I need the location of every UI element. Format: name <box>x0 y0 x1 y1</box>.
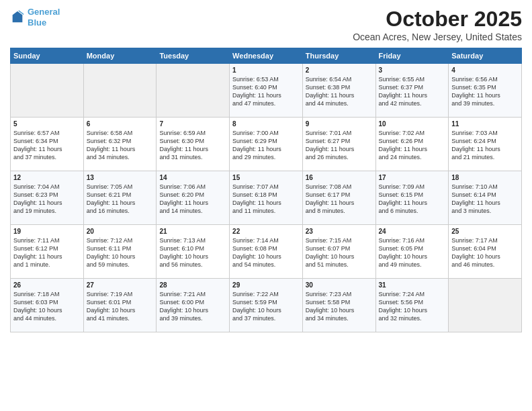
day-number: 28 <box>159 281 226 289</box>
calendar-cell <box>83 64 157 118</box>
day-number: 27 <box>87 281 154 289</box>
day-detail: Sunrise: 7:22 AM Sunset: 5:59 PM Dayligh… <box>232 290 300 323</box>
day-number: 26 <box>13 281 81 289</box>
logo-text: General Blue <box>28 7 60 28</box>
calendar-cell: 14Sunrise: 7:06 AM Sunset: 6:20 PM Dayli… <box>157 171 230 225</box>
day-number: 31 <box>379 281 446 289</box>
calendar-cell: 31Sunrise: 7:24 AM Sunset: 5:56 PM Dayli… <box>375 279 449 332</box>
day-detail: Sunrise: 6:55 AM Sunset: 6:37 PM Dayligh… <box>379 75 446 108</box>
day-detail: Sunrise: 7:18 AM Sunset: 6:03 PM Dayligh… <box>13 290 81 323</box>
day-detail: Sunrise: 7:01 AM Sunset: 6:27 PM Dayligh… <box>306 129 373 162</box>
calendar-cell: 13Sunrise: 7:05 AM Sunset: 6:21 PM Dayli… <box>83 171 157 225</box>
calendar-cell: 25Sunrise: 7:17 AM Sunset: 6:04 PM Dayli… <box>449 225 522 279</box>
calendar-cell: 12Sunrise: 7:04 AM Sunset: 6:23 PM Dayli… <box>11 171 84 225</box>
day-number: 2 <box>306 66 373 74</box>
day-number: 9 <box>306 120 373 128</box>
day-detail: Sunrise: 6:56 AM Sunset: 6:35 PM Dayligh… <box>451 75 519 108</box>
calendar-cell: 1Sunrise: 6:53 AM Sunset: 6:40 PM Daylig… <box>230 64 303 118</box>
day-detail: Sunrise: 7:12 AM Sunset: 6:11 PM Dayligh… <box>87 236 154 269</box>
day-detail: Sunrise: 7:03 AM Sunset: 6:24 PM Dayligh… <box>451 129 519 162</box>
calendar-cell: 24Sunrise: 7:16 AM Sunset: 6:05 PM Dayli… <box>375 225 449 279</box>
calendar-cell: 17Sunrise: 7:09 AM Sunset: 6:15 PM Dayli… <box>375 171 449 225</box>
calendar-cell: 18Sunrise: 7:10 AM Sunset: 6:14 PM Dayli… <box>449 171 522 225</box>
weekday-header-wednesday: Wednesday <box>230 48 303 64</box>
weekday-header-friday: Friday <box>375 48 449 64</box>
calendar-cell: 29Sunrise: 7:22 AM Sunset: 5:59 PM Dayli… <box>230 279 303 332</box>
day-number: 29 <box>232 281 300 289</box>
calendar-cell <box>11 64 84 118</box>
calendar-cell: 22Sunrise: 7:14 AM Sunset: 6:08 PM Dayli… <box>230 225 303 279</box>
day-number: 8 <box>232 120 300 128</box>
logo-icon <box>10 10 25 25</box>
day-detail: Sunrise: 7:11 AM Sunset: 6:12 PM Dayligh… <box>13 236 81 269</box>
day-detail: Sunrise: 7:02 AM Sunset: 6:26 PM Dayligh… <box>379 129 446 162</box>
day-detail: Sunrise: 6:54 AM Sunset: 6:38 PM Dayligh… <box>306 75 373 108</box>
day-detail: Sunrise: 7:17 AM Sunset: 6:04 PM Dayligh… <box>451 236 519 269</box>
day-detail: Sunrise: 7:19 AM Sunset: 6:01 PM Dayligh… <box>87 290 154 323</box>
calendar-cell: 5Sunrise: 6:57 AM Sunset: 6:34 PM Daylig… <box>11 118 84 171</box>
calendar-subtitle: Ocean Acres, New Jersey, United States <box>353 32 522 42</box>
day-detail: Sunrise: 7:14 AM Sunset: 6:08 PM Dayligh… <box>232 236 300 269</box>
day-detail: Sunrise: 7:04 AM Sunset: 6:23 PM Dayligh… <box>13 183 81 216</box>
day-detail: Sunrise: 6:59 AM Sunset: 6:30 PM Dayligh… <box>159 129 226 162</box>
day-detail: Sunrise: 7:05 AM Sunset: 6:21 PM Dayligh… <box>87 183 154 216</box>
week-row-3: 12Sunrise: 7:04 AM Sunset: 6:23 PM Dayli… <box>11 171 522 225</box>
day-number: 22 <box>232 228 300 235</box>
day-number: 6 <box>87 120 154 128</box>
day-number: 20 <box>87 228 154 235</box>
calendar-cell: 19Sunrise: 7:11 AM Sunset: 6:12 PM Dayli… <box>11 225 84 279</box>
week-row-5: 26Sunrise: 7:18 AM Sunset: 6:03 PM Dayli… <box>11 279 522 332</box>
calendar-cell <box>449 279 522 332</box>
week-row-1: 1Sunrise: 6:53 AM Sunset: 6:40 PM Daylig… <box>11 64 522 118</box>
calendar-cell: 20Sunrise: 7:12 AM Sunset: 6:11 PM Dayli… <box>83 225 157 279</box>
day-number: 12 <box>13 174 81 181</box>
day-number: 21 <box>159 228 226 235</box>
day-number: 16 <box>306 174 373 181</box>
day-number: 7 <box>159 120 226 128</box>
day-number: 24 <box>379 228 446 235</box>
day-detail: Sunrise: 7:08 AM Sunset: 6:17 PM Dayligh… <box>306 183 373 216</box>
calendar-cell <box>157 64 230 118</box>
calendar-cell: 26Sunrise: 7:18 AM Sunset: 6:03 PM Dayli… <box>11 279 84 332</box>
day-detail: Sunrise: 7:21 AM Sunset: 6:00 PM Dayligh… <box>159 290 226 323</box>
day-number: 19 <box>13 228 81 235</box>
week-row-4: 19Sunrise: 7:11 AM Sunset: 6:12 PM Dayli… <box>11 225 522 279</box>
weekday-header-tuesday: Tuesday <box>157 48 230 64</box>
day-detail: Sunrise: 7:24 AM Sunset: 5:56 PM Dayligh… <box>379 290 446 323</box>
calendar-cell: 3Sunrise: 6:55 AM Sunset: 6:37 PM Daylig… <box>375 64 449 118</box>
calendar-cell: 28Sunrise: 7:21 AM Sunset: 6:00 PM Dayli… <box>157 279 230 332</box>
logo: General Blue <box>10 7 60 28</box>
day-number: 4 <box>451 66 519 74</box>
day-number: 1 <box>232 66 300 74</box>
day-detail: Sunrise: 7:13 AM Sunset: 6:10 PM Dayligh… <box>159 236 226 269</box>
day-number: 25 <box>451 228 519 235</box>
weekday-header-sunday: Sunday <box>11 48 84 64</box>
day-number: 23 <box>306 228 373 235</box>
calendar-cell: 16Sunrise: 7:08 AM Sunset: 6:17 PM Dayli… <box>302 171 375 225</box>
day-number: 18 <box>451 174 519 181</box>
calendar-cell: 7Sunrise: 6:59 AM Sunset: 6:30 PM Daylig… <box>157 118 230 171</box>
week-row-2: 5Sunrise: 6:57 AM Sunset: 6:34 PM Daylig… <box>11 118 522 171</box>
calendar-cell: 15Sunrise: 7:07 AM Sunset: 6:18 PM Dayli… <box>230 171 303 225</box>
day-detail: Sunrise: 6:57 AM Sunset: 6:34 PM Dayligh… <box>13 129 81 162</box>
day-detail: Sunrise: 7:07 AM Sunset: 6:18 PM Dayligh… <box>232 183 300 216</box>
calendar-cell: 21Sunrise: 7:13 AM Sunset: 6:10 PM Dayli… <box>157 225 230 279</box>
day-number: 10 <box>379 120 446 128</box>
day-number: 15 <box>232 174 300 181</box>
calendar-cell: 2Sunrise: 6:54 AM Sunset: 6:38 PM Daylig… <box>302 64 375 118</box>
calendar-cell: 6Sunrise: 6:58 AM Sunset: 6:32 PM Daylig… <box>83 118 157 171</box>
day-number: 5 <box>13 120 81 128</box>
weekday-header-row: SundayMondayTuesdayWednesdayThursdayFrid… <box>11 48 522 64</box>
calendar-cell: 8Sunrise: 7:00 AM Sunset: 6:29 PM Daylig… <box>230 118 303 171</box>
calendar-title: October 2025 <box>353 7 522 32</box>
day-detail: Sunrise: 7:00 AM Sunset: 6:29 PM Dayligh… <box>232 129 300 162</box>
calendar-cell: 4Sunrise: 6:56 AM Sunset: 6:35 PM Daylig… <box>449 64 522 118</box>
day-detail: Sunrise: 7:23 AM Sunset: 5:58 PM Dayligh… <box>306 290 373 323</box>
weekday-header-thursday: Thursday <box>302 48 375 64</box>
header: General Blue October 2025 Ocean Acres, N… <box>10 7 522 42</box>
day-detail: Sunrise: 7:10 AM Sunset: 6:14 PM Dayligh… <box>451 183 519 216</box>
title-block: October 2025 Ocean Acres, New Jersey, Un… <box>353 7 522 42</box>
day-detail: Sunrise: 6:53 AM Sunset: 6:40 PM Dayligh… <box>232 75 300 108</box>
calendar-page: General Blue October 2025 Ocean Acres, N… <box>0 0 532 411</box>
day-detail: Sunrise: 7:15 AM Sunset: 6:07 PM Dayligh… <box>306 236 373 269</box>
